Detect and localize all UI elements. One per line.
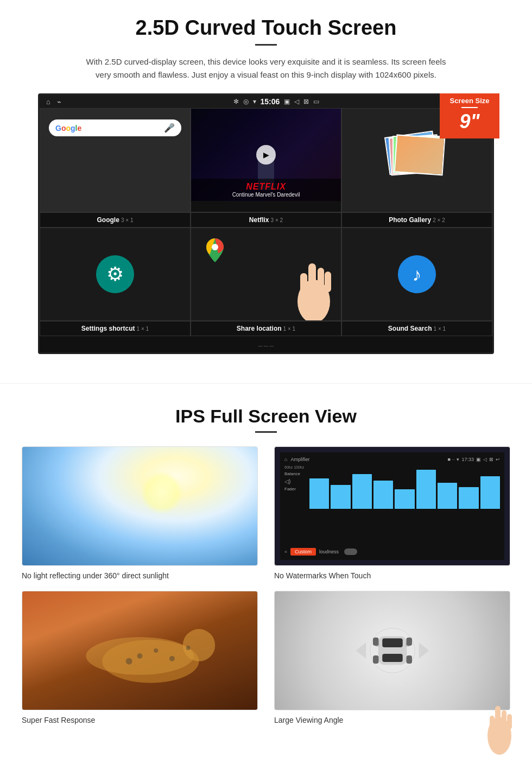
cheetah-image [22,591,258,710]
svg-point-15 [154,648,158,653]
hand-svg [289,253,338,320]
scroll-dots: — — — [40,336,492,352]
equalizer-bars [309,465,500,509]
car-label: Large Viewing Angle [274,716,510,724]
freq-labels: 60hz100hz [284,465,306,469]
location-icon: ◎ [243,98,249,105]
sound-label-cell: Sound Search 1 × 1 [341,321,492,336]
amplifier-label: No Watermarks When Touch [274,571,510,580]
settings-app-cell[interactable]: ⚙ [40,228,191,321]
netflix-app-cell[interactable]: ▶ NETFLIX Continue Marvel's Daredevil [191,108,341,212]
eq-bar-4 [373,481,393,509]
google-app-cell[interactable]: Google 🎤 [40,108,191,212]
left-icons: ⌂ ⌁ [46,98,61,106]
amp-time: 17:33 [461,457,474,462]
amp-balance-label: Balance [284,471,306,476]
netflix-overlay: NETFLIX Continue Marvel's Daredevil [191,179,341,201]
sunlight-label: No light reflecting under 360° direct su… [22,571,258,580]
section-curved-screen: 2.5D Curved Touch Screen With 2.5D curve… [0,0,532,367]
camera-icon[interactable]: ▣ [284,98,290,105]
settings-app-name: Settings shortcut [81,325,135,332]
svg-point-13 [183,629,215,661]
eq-bar-6 [416,470,436,509]
svg-point-18 [186,646,191,650]
netflix-subtitle: Continue Marvel's Daredevil [195,192,337,198]
eq-bar-9 [480,476,500,509]
svg-point-16 [126,658,132,665]
center-icons: ✻ ◎ ▾ 15:06 ▣ ◁ ⊠ ▭ [67,97,486,106]
eq-bar-5 [395,489,414,509]
svg-rect-3 [318,268,324,292]
close-icon[interactable]: ⊠ [303,98,309,105]
car-image [274,591,510,710]
amp-screen-wrap: ⌂ Amplifier ■ ·· ▾ 17:33 ▣ ◁ ⊠ ↩ [280,452,504,560]
share-location-app-cell[interactable] [191,228,341,321]
amp-main: 60hz100hz Balance ◁) Fader [284,465,500,545]
netflix-logo: NETFLIX [195,182,337,192]
share-cell-inner [191,228,341,320]
eq-bar-1 [309,478,329,509]
settings-app-size: 1 × 1 [137,326,149,332]
amp-dots: ■ ·· [448,457,455,462]
android-screen: ⌂ ⌁ ✻ ◎ ▾ 15:06 ▣ ◁ ⊠ ▭ [38,93,494,354]
amp-fader-label: Fader [284,487,306,491]
cheetah-label: Super Fast Response [22,716,258,724]
amp-toggle[interactable] [344,548,357,555]
google-maps-svg [202,236,228,262]
app-labels-row2: Settings shortcut 1 × 1 Share location 1… [40,321,492,336]
amp-sidebar: 60hz100hz Balance ◁) Fader [284,465,306,545]
home-icon[interactable]: ⌂ [46,98,50,106]
sound-app-size: 1 × 1 [434,326,446,332]
eq-bar-7 [438,483,457,509]
feature-sunlight: No light reflecting under 360° direct su… [22,446,258,580]
amp-win: ↩ [496,457,500,462]
share-app-size: 1 × 1 [283,326,296,332]
amp-custom-btn[interactable]: Custom [290,548,316,556]
amp-wifi: ▾ [457,457,459,462]
sound-cell-inner: ♪ [342,228,492,320]
gallery-photo-4 [394,134,446,175]
section-divider [0,383,532,384]
app-labels-row1: Google 3 × 1 Netflix 3 × 2 Photo Gallery… [40,212,492,228]
sound-search-icon-wrap: ♪ [398,255,436,293]
gallery-label-cell: Photo Gallery 2 × 2 [341,212,492,228]
section1-title: 2.5D Curved Touch Screen [33,16,499,40]
netflix-cell-inner: ▶ NETFLIX Continue Marvel's Daredevil [191,109,341,201]
sunlight-image [22,446,258,566]
svg-rect-22 [382,654,403,662]
svg-rect-28 [406,655,412,664]
gallery-app-size: 2 × 2 [433,217,445,223]
amp-close: ⊠ [489,457,493,462]
window-icon[interactable]: ▭ [313,98,319,105]
cheetah-svg [22,591,257,710]
svg-point-14 [137,653,143,659]
netflix-app-name: Netflix [249,216,269,224]
google-mic-icon[interactable]: 🎤 [164,123,175,133]
share-label-cell: Share location 1 × 1 [191,321,341,336]
amp-cam: ▣ [476,457,481,462]
status-bar: ⌂ ⌁ ✻ ◎ ▾ 15:06 ▣ ◁ ⊠ ▭ [40,95,492,108]
volume-icon[interactable]: ◁ [294,98,299,105]
app-grid-row1: Google 🎤 ▶ [40,108,492,212]
bluetooth-icon: ✻ [233,98,239,105]
section2-underline [255,431,277,433]
google-search-bar[interactable]: Google 🎤 [49,119,181,136]
amp-home-icon: ⌂ [284,457,287,462]
amplifier-image: ⌂ Amplifier ■ ·· ▾ 17:33 ▣ ◁ ⊠ ↩ [274,446,510,566]
app-grid-row2: ⚙ [40,228,492,321]
google-maps-icon [202,236,228,262]
hand-illustration [289,253,338,320]
badge-line [461,107,478,108]
svg-rect-27 [373,655,379,664]
feature-car: Large Viewing Angle [274,591,510,724]
badge-title: Screen Size [444,97,495,105]
sound-search-app-cell[interactable]: ♪ [341,228,492,321]
svg-rect-5 [300,273,307,292]
eq-bar-3 [352,474,372,509]
device-wrapper: Screen Size 9" ⌂ ⌁ ✻ ◎ ▾ 15:06 ▣ ◁ ⊠ [38,93,494,354]
cheetah-gradient [22,591,257,710]
google-logo: Google [55,124,81,133]
netflix-play-button[interactable]: ▶ [256,145,276,165]
share-app-name: Share location [237,325,282,332]
netflix-label-cell: Netflix 3 × 2 [191,212,341,228]
